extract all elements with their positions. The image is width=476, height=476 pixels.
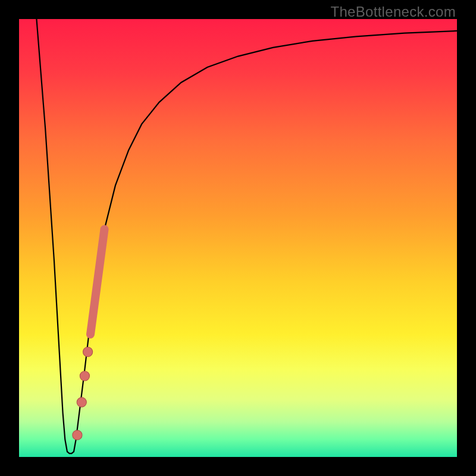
data-marker [77, 397, 86, 407]
data-marker [73, 430, 82, 440]
black-frame: TheBottleneck.com [0, 0, 476, 476]
chart-svg [19, 19, 457, 457]
plot-area [19, 19, 457, 457]
data-marker [80, 371, 89, 381]
data-marker [83, 347, 92, 356]
watermark-text: TheBottleneck.com [330, 4, 456, 20]
gradient-background [19, 19, 457, 457]
